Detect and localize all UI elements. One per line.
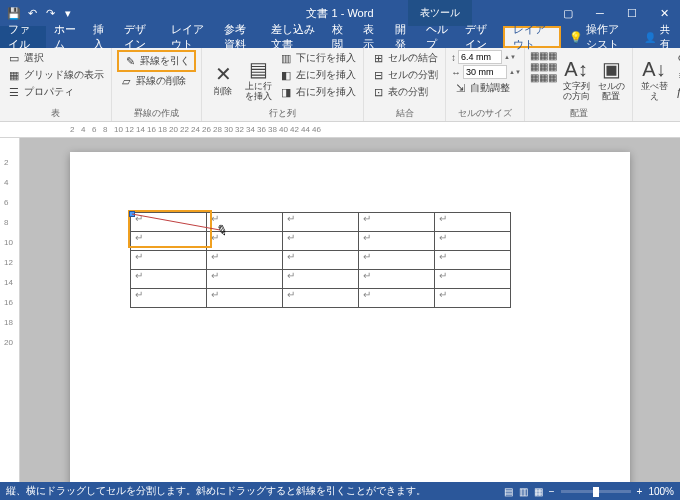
col-width-spinner[interactable]: ↔▲▼	[451, 65, 519, 79]
repeat-header-button[interactable]: ⟳タイトル行の繰り返し	[673, 50, 680, 66]
table-cell[interactable]: ↵	[131, 270, 207, 289]
text-direction-button[interactable]: A↕文字列の方向	[560, 50, 592, 106]
tab-view[interactable]: 表示	[355, 26, 386, 48]
tab-review[interactable]: 校閲	[324, 26, 355, 48]
qat-customize-icon[interactable]: ▾	[60, 5, 76, 21]
align-tr-icon[interactable]: ▦	[548, 50, 557, 61]
insert-right-button[interactable]: ◨右に列を挿入	[277, 84, 358, 100]
tab-mailings[interactable]: 差し込み文書	[263, 26, 325, 48]
table-cell[interactable]: ↵	[359, 251, 435, 270]
align-ml-icon[interactable]: ▦	[530, 61, 539, 72]
properties-button[interactable]: ☰プロパティ	[5, 84, 106, 100]
row-height-input[interactable]	[458, 50, 502, 64]
align-br-icon[interactable]: ▦	[548, 72, 557, 83]
horizontal-ruler[interactable]: 2468101214161820222426283032343638404244…	[0, 122, 680, 138]
tab-home[interactable]: ホーム	[46, 26, 85, 48]
group-label-merge: 結合	[369, 106, 440, 121]
spinner-arrows[interactable]: ▲▼	[509, 69, 519, 75]
align-mc-icon[interactable]: ▦	[539, 61, 548, 72]
bulb-icon: 💡	[569, 31, 583, 44]
tab-references[interactable]: 参考資料	[216, 26, 262, 48]
table-cell[interactable]: ↵	[435, 251, 511, 270]
table-cell[interactable]: ↵	[435, 213, 511, 232]
table-cell[interactable]: ↵	[359, 289, 435, 308]
align-mr-icon[interactable]: ▦	[548, 61, 557, 72]
tab-table-layout[interactable]: レイアウト	[503, 26, 561, 48]
tell-me[interactable]: 💡操作アシスト	[561, 26, 634, 48]
undo-icon[interactable]: ↶	[24, 5, 40, 21]
width-icon: ↔	[451, 67, 461, 78]
table-cell[interactable]: ↵	[207, 251, 283, 270]
cursor-icon: ▭	[7, 51, 21, 65]
tab-table-design[interactable]: デザイン	[457, 26, 503, 48]
table-cell[interactable]: ↵	[435, 232, 511, 251]
status-hint: 縦、横にドラッグしてセルを分割します。斜めにドラッグすると斜線を引くことができま…	[6, 484, 426, 498]
autofit-button[interactable]: ⇲自動調整	[451, 80, 519, 96]
redo-icon[interactable]: ↷	[42, 5, 58, 21]
ribbon-display-icon[interactable]: ▢	[552, 0, 584, 26]
sort-button[interactable]: A↓並べ替え	[638, 50, 670, 106]
tab-insert[interactable]: 挿入	[85, 26, 116, 48]
eraser-button[interactable]: ▱罫線の削除	[117, 73, 196, 89]
select-button[interactable]: ▭選択	[5, 50, 106, 66]
tab-help[interactable]: ヘルプ	[418, 26, 457, 48]
insert-below-button[interactable]: ▥下に行を挿入	[277, 50, 358, 66]
table-cell[interactable]: ↵	[359, 213, 435, 232]
table-cell[interactable]: ↵	[131, 251, 207, 270]
zoom-level[interactable]: 100%	[648, 486, 674, 497]
formula-button[interactable]: ƒx計算式	[673, 84, 680, 100]
view-read-icon[interactable]: ▤	[504, 486, 513, 497]
vertical-ruler[interactable]: 2468101214161820	[0, 138, 20, 482]
merge-cells-button[interactable]: ⊞セルの結合	[369, 50, 440, 66]
insert-left-button[interactable]: ◧左に列を挿入	[277, 67, 358, 83]
insert-above-button[interactable]: ▤上に行を挿入	[242, 50, 274, 106]
share-button[interactable]: 👤 共有	[634, 26, 680, 48]
delete-button[interactable]: ✕削除	[207, 50, 239, 106]
split-table-button[interactable]: ⊡表の分割	[369, 84, 440, 100]
align-tl-icon[interactable]: ▦	[530, 50, 539, 61]
col-width-input[interactable]	[463, 65, 507, 79]
zoom-out-icon[interactable]: −	[549, 486, 555, 497]
page-scroll[interactable]: ↵↵↵↵↵↵↵↵↵↵↵↵↵↵↵↵↵↵↵↵↵↵↵↵↵ ✎	[20, 138, 680, 482]
group-label-table: 表	[5, 106, 106, 121]
convert-button[interactable]: ≡表の解除	[673, 67, 680, 83]
table-cell[interactable]: ↵	[283, 232, 359, 251]
view-gridlines-button[interactable]: ▦グリッド線の表示	[5, 67, 106, 83]
tab-layout[interactable]: レイアウト	[163, 26, 217, 48]
table-cell[interactable]: ↵	[435, 270, 511, 289]
spinner-arrows[interactable]: ▲▼	[504, 54, 514, 60]
save-icon[interactable]: 💾	[6, 5, 22, 21]
table-cell[interactable]: ↵	[131, 232, 207, 251]
table-cell[interactable]: ↵	[283, 213, 359, 232]
align-tc-icon[interactable]: ▦	[539, 50, 548, 61]
align-bl-icon[interactable]: ▦	[530, 72, 539, 83]
group-label-data: データ	[638, 106, 680, 121]
table-cell[interactable]: ↵	[207, 270, 283, 289]
split-cells-button[interactable]: ⊟セルの分割	[369, 67, 440, 83]
ribbon-tabs: ファイル ホーム 挿入 デザイン レイアウト 参考資料 差し込み文書 校閲 表示…	[0, 26, 680, 48]
view-print-icon[interactable]: ▥	[519, 486, 528, 497]
table-cell[interactable]: ↵	[359, 270, 435, 289]
table-cell[interactable]: ↵	[359, 232, 435, 251]
table-cell[interactable]: ↵	[283, 251, 359, 270]
draw-table-button[interactable]: ✎罫線を引く	[117, 50, 196, 72]
table-cell[interactable]: ↵	[207, 289, 283, 308]
tab-design[interactable]: デザイン	[116, 26, 162, 48]
cell-margins-button[interactable]: ▣セルの配置	[595, 50, 627, 106]
page[interactable]: ↵↵↵↵↵↵↵↵↵↵↵↵↵↵↵↵↵↵↵↵↵↵↵↵↵ ✎	[70, 152, 630, 482]
zoom-slider[interactable]	[561, 490, 631, 493]
tab-file[interactable]: ファイル	[0, 26, 46, 48]
align-bc-icon[interactable]: ▦	[539, 72, 548, 83]
insert-below-icon: ▥	[279, 51, 293, 65]
tab-developer[interactable]: 開発	[387, 26, 418, 48]
row-height-spinner[interactable]: ↕▲▼	[451, 50, 519, 64]
insert-above-icon: ▤	[249, 57, 268, 81]
table-cell[interactable]: ↵	[283, 289, 359, 308]
table-cell[interactable]: ↵	[283, 270, 359, 289]
zoom-thumb[interactable]	[593, 487, 599, 497]
sort-icon: A↓	[642, 58, 665, 81]
view-web-icon[interactable]: ▦	[534, 486, 543, 497]
table-cell[interactable]: ↵	[131, 289, 207, 308]
zoom-in-icon[interactable]: +	[637, 486, 643, 497]
table-cell[interactable]: ↵	[435, 289, 511, 308]
